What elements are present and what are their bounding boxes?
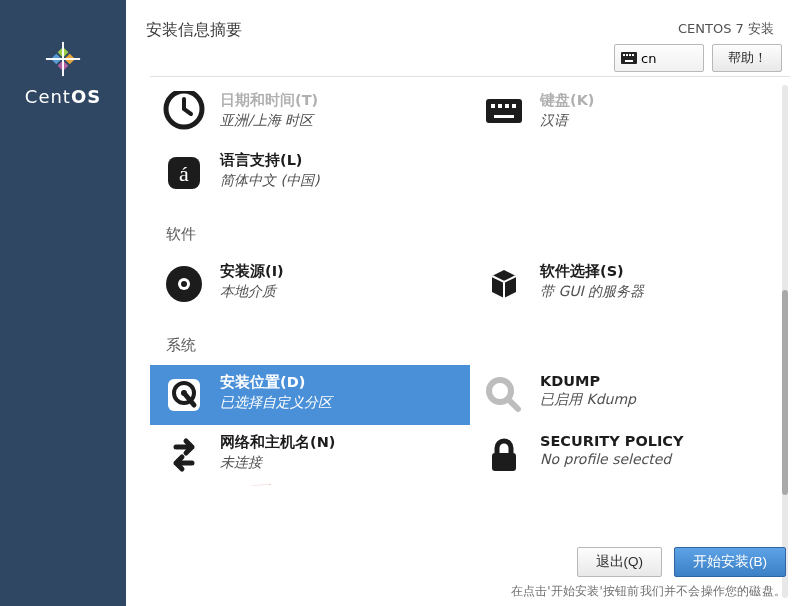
spoke-software-selection[interactable]: 软件选择(S) 带 GUI 的服务器 — [470, 254, 790, 314]
spoke-install-destination-title: 安装位置(D) — [220, 373, 332, 392]
spoke-security[interactable]: SECURITY POLICY No profile selected — [470, 425, 790, 485]
spoke-software-selection-title: 软件选择(S) — [540, 262, 644, 281]
svg-rect-7 — [623, 54, 625, 56]
spoke-kdump[interactable]: KDUMP 已启用 Kdump — [470, 365, 790, 425]
keyboard-layout-icon — [482, 91, 526, 135]
svg-rect-18 — [494, 115, 514, 118]
section-software-label: 软件 — [166, 225, 790, 244]
spoke-install-destination[interactable]: 安装位置(D) 已选择自定义分区 — [150, 365, 470, 425]
svg-rect-13 — [486, 99, 522, 123]
harddisk-icon — [162, 373, 206, 417]
svg-rect-15 — [498, 104, 502, 108]
spoke-kdump-title: KDUMP — [540, 373, 636, 389]
spoke-language-title: 语言支持(L) — [220, 151, 319, 170]
main-panel: 安装信息摘要 CENTOS 7 安装 cn 帮助！ — [126, 0, 802, 606]
spoke-security-sub: No profile selected — [540, 451, 684, 467]
svg-rect-14 — [491, 104, 495, 108]
spoke-keyboard-title: 键盘(K) — [540, 91, 595, 110]
footer: 退出(Q) 开始安装(B) 在点击'开始安装'按钮前我们并不会操作您的磁盘。 — [126, 537, 802, 606]
spoke-install-source-title: 安装源(I) — [220, 262, 284, 281]
svg-rect-17 — [512, 104, 516, 108]
quit-button[interactable]: 退出(Q) — [577, 547, 663, 577]
spoke-install-source[interactable]: 安装源(I) 本地介质 — [150, 254, 470, 314]
svg-rect-5 — [46, 58, 80, 60]
spoke-language-sub: 简体中文 (中国) — [220, 172, 319, 190]
centos-logo-icon — [44, 40, 82, 78]
page-title: 安装信息摘要 — [146, 20, 242, 41]
topbar: 安装信息摘要 CENTOS 7 安装 cn 帮助！ — [126, 0, 802, 76]
section-system-label: 系统 — [166, 336, 790, 355]
package-icon — [482, 262, 526, 306]
spoke-install-destination-sub: 已选择自定义分区 — [220, 394, 332, 412]
svg-rect-10 — [632, 54, 634, 56]
svg-rect-16 — [505, 104, 509, 108]
install-label: CENTOS 7 安装 — [614, 20, 782, 38]
spoke-network-title: 网络和主机名(N) — [220, 433, 335, 452]
disc-icon — [162, 262, 206, 306]
spoke-network-sub: 未连接 — [220, 454, 335, 472]
spoke-keyboard[interactable]: 键盘(K) 汉语 — [470, 83, 790, 143]
footer-hint: 在点击'开始安装'按钮前我们并不会操作您的磁盘。 — [511, 583, 786, 600]
lock-icon — [482, 433, 526, 477]
sidebar: CentOS — [0, 0, 126, 606]
keyboard-indicator-label: cn — [641, 51, 656, 66]
help-button[interactable]: 帮助！ — [712, 44, 782, 72]
network-icon — [162, 433, 206, 477]
svg-text:á: á — [179, 161, 189, 186]
keyboard-indicator[interactable]: cn — [614, 44, 704, 72]
svg-rect-28 — [492, 453, 516, 471]
spoke-security-title: SECURITY POLICY — [540, 433, 684, 449]
begin-install-button[interactable]: 开始安装(B) — [674, 547, 786, 577]
svg-rect-11 — [625, 60, 633, 62]
svg-point-23 — [181, 281, 187, 287]
svg-rect-9 — [629, 54, 631, 56]
spoke-install-source-sub: 本地介质 — [220, 283, 284, 301]
scroll-thumb[interactable] — [782, 290, 788, 495]
brand-text: CentOS — [25, 86, 101, 107]
svg-rect-6 — [621, 52, 637, 64]
spoke-software-selection-sub: 带 GUI 的服务器 — [540, 283, 644, 301]
clock-icon — [162, 91, 206, 135]
spoke-language[interactable]: á 语言支持(L) 简体中文 (中国) — [150, 143, 470, 203]
scrollbar[interactable] — [782, 85, 788, 598]
keyboard-icon — [621, 52, 637, 64]
spoke-keyboard-sub: 汉语 — [540, 112, 595, 130]
magnifier-icon — [482, 373, 526, 417]
spoke-kdump-sub: 已启用 Kdump — [540, 391, 636, 409]
content: 日期和时间(T) 亚洲/上海 时区 键盘(K) 汉语 — [126, 76, 802, 606]
spoke-datetime-sub: 亚洲/上海 时区 — [220, 112, 318, 130]
spoke-datetime-title: 日期和时间(T) — [220, 91, 318, 110]
spoke-network[interactable]: 网络和主机名(N) 未连接 — [150, 425, 470, 485]
svg-rect-8 — [626, 54, 628, 56]
language-icon: á — [162, 151, 206, 195]
spoke-datetime[interactable]: 日期和时间(T) 亚洲/上海 时区 — [150, 83, 470, 143]
